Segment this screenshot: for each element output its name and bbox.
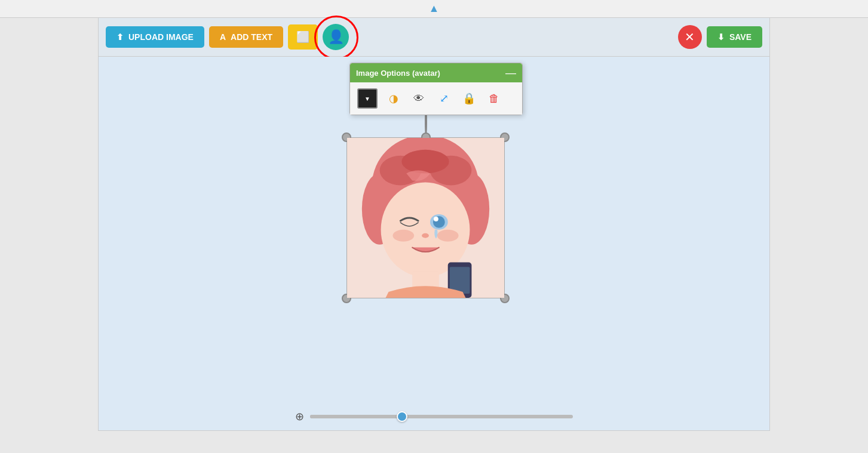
- expand-icon: ⤢: [440, 92, 449, 105]
- sticker-button[interactable]: ⬜: [288, 24, 318, 50]
- canvas-area: Image Options (avatar) — ▼ ◑ 👁 ⤢ 🔒: [99, 57, 769, 403]
- main-container: ⬆ UPLOAD IMAGE A ADD TEXT ⬜ 👤 ✕ ⬇ SAVE I…: [98, 18, 770, 431]
- save-button[interactable]: ⬇ SAVE: [707, 26, 762, 48]
- canvas-image: [346, 137, 505, 298]
- zoom-in-icon[interactable]: ⊕: [295, 410, 304, 423]
- zoom-slider[interactable]: [310, 415, 573, 418]
- image-options-panel: Image Options (avatar) — ▼ ◑ 👁 ⤢ 🔒: [349, 63, 523, 115]
- image-options-title: Image Options (avatar): [356, 69, 440, 78]
- zoom-slider-fill: [310, 415, 402, 418]
- svg-point-11: [422, 233, 429, 238]
- toolbar: ⬆ UPLOAD IMAGE A ADD TEXT ⬜ 👤 ✕ ⬇ SAVE: [99, 18, 769, 57]
- brightness-button[interactable]: ◑: [385, 90, 403, 107]
- anime-character-image: [347, 138, 504, 298]
- eye-icon: 👁: [413, 93, 424, 105]
- chevron-up-icon[interactable]: ▲: [429, 2, 440, 15]
- zoom-thumb[interactable]: [397, 411, 407, 422]
- brightness-icon: ◑: [389, 92, 398, 105]
- resize-button[interactable]: ⤢: [435, 90, 453, 107]
- top-chevron-bar: ▲: [0, 0, 868, 18]
- dropdown-arrow-icon: ▼: [364, 95, 370, 102]
- sticker-icon: ⬜: [296, 30, 309, 44]
- add-text-button[interactable]: A ADD TEXT: [209, 26, 283, 48]
- add-text-label: ADD TEXT: [231, 32, 272, 42]
- lock-icon: 🔒: [462, 92, 476, 105]
- text-icon: A: [220, 32, 226, 42]
- minimize-button[interactable]: —: [505, 67, 516, 78]
- upload-label: UPLOAD IMAGE: [128, 32, 194, 42]
- upload-image-button[interactable]: ⬆ UPLOAD IMAGE: [106, 26, 204, 48]
- svg-point-6: [401, 150, 449, 174]
- svg-point-10: [434, 217, 438, 221]
- svg-point-13: [437, 230, 459, 242]
- avatar-icon: 👤: [328, 29, 344, 45]
- trash-icon: 🗑: [489, 93, 499, 105]
- lock-button[interactable]: 🔒: [460, 90, 478, 107]
- save-label: SAVE: [729, 32, 752, 42]
- upload-icon: ⬆: [116, 32, 124, 42]
- save-icon: ⬇: [717, 32, 725, 42]
- delete-button[interactable]: 🗑: [485, 90, 503, 107]
- svg-point-12: [392, 230, 414, 242]
- close-icon: ✕: [685, 30, 695, 44]
- zoom-bar: ⊕: [99, 403, 769, 430]
- color-picker-button[interactable]: ▼: [357, 88, 378, 109]
- image-options-body: ▼ ◑ 👁 ⤢ 🔒 🗑: [350, 82, 522, 115]
- close-button[interactable]: ✕: [678, 25, 702, 49]
- visibility-button[interactable]: 👁: [410, 90, 428, 107]
- image-options-header: Image Options (avatar) —: [350, 63, 522, 82]
- avatar-button[interactable]: 👤: [323, 24, 349, 50]
- canvas-image-wrapper[interactable]: [346, 137, 505, 298]
